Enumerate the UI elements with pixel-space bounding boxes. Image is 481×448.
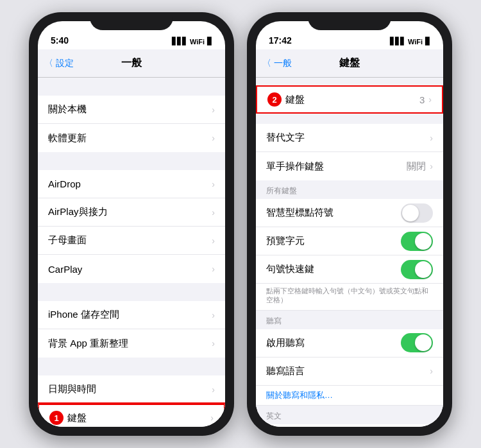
row-label: 子母畫面 — [48, 234, 212, 246]
row-keyboard[interactable]: 1 鍵盤 › — [38, 404, 225, 427]
section-dictation: 聽寫 — [256, 311, 443, 329]
chevron-icon: › — [430, 133, 433, 143]
back-button-1[interactable]: 〈 設定 — [44, 58, 74, 69]
signal-icon-1: ▋▋▋ — [172, 37, 187, 46]
row-enable-dictation[interactable]: 啟用聽寫 — [256, 329, 443, 358]
row-carplay[interactable]: CarPlay › — [38, 255, 225, 283]
row-keyboard-top[interactable]: 2 鍵盤 3 › — [256, 85, 443, 114]
row-period[interactable]: 句號快速鍵 — [256, 255, 443, 284]
row-autocap[interactable]: 自動大寫 — [256, 424, 443, 427]
row-bgrefresh[interactable]: 背景 App 重新整理 › — [38, 329, 225, 358]
row-label: AirDrop — [48, 178, 212, 189]
row-dictation-lang[interactable]: 聽寫語言 › — [256, 358, 443, 386]
chevron-icon: › — [212, 207, 215, 218]
row-label: 句號快速鍵 — [266, 263, 401, 275]
period-sublabel: 點兩下空格鍵時輸入句號（中文句）號或英文句點和空格） — [256, 284, 443, 311]
group-gap — [38, 78, 225, 96]
phone-2: 17:42 ▋▋▋ WiFi ▊ 〈 一般 鍵盤 2 鍵盤 3 › — [247, 12, 452, 436]
row-storage[interactable]: iPhone 儲存空間 › — [38, 301, 225, 329]
badge-2: 2 — [267, 92, 282, 107]
nav-title-2: 鍵盤 — [339, 56, 360, 70]
row-label: 預覽字元 — [266, 235, 401, 247]
row-label: 鍵盤 — [67, 412, 210, 424]
chevron-icon: › — [212, 133, 215, 143]
status-icons-2: ▋▋▋ WiFi ▊ — [390, 37, 430, 46]
row-datetime[interactable]: 日期與時間 › — [38, 375, 225, 404]
chevron-icon: › — [430, 161, 433, 171]
row-label: AirPlay與接力 — [48, 206, 212, 218]
chevron-icon: › — [212, 264, 215, 274]
notch-2 — [308, 12, 391, 30]
content-1: 關於本機 › 軟體更新 › AirDrop › AirPlay與接力 › — [38, 78, 225, 427]
row-label: iPhone 儲存空間 — [48, 309, 212, 321]
row-preview[interactable]: 預覽字元 — [256, 227, 443, 255]
phone-2-screen: 17:42 ▋▋▋ WiFi ▊ 〈 一般 鍵盤 2 鍵盤 3 › — [256, 21, 443, 427]
toggle-preview[interactable] — [401, 232, 433, 251]
nav-bar-1: 〈 設定 一般 — [38, 49, 225, 78]
row-label: 背景 App 重新整理 — [48, 338, 212, 350]
toggle-dictation[interactable] — [401, 333, 433, 352]
row-alt-text[interactable]: 替代文字 › — [256, 124, 443, 152]
chevron-icon: › — [212, 310, 215, 320]
chevron-icon: › — [428, 94, 432, 105]
battery-icon-1: ▊ — [207, 37, 212, 46]
chevron-icon: › — [430, 366, 433, 376]
row-label: 單手操作鍵盤 — [266, 160, 407, 173]
phone-1-screen: 5:40 ▋▋▋ WiFi ▊ 〈 設定 一般 關於本機 › 軟體更新 — [38, 21, 225, 427]
chevron-icon: › — [210, 413, 214, 423]
top-group: 2 鍵盤 3 › — [256, 85, 443, 114]
chevron-icon: › — [212, 105, 215, 115]
row-about[interactable]: 關於本機 › — [38, 96, 225, 124]
badge-1: 1 — [49, 411, 63, 425]
row-label: 軟體更新 — [48, 132, 212, 144]
group-alt: 替代文字 › 單手操作鍵盤 關閉 › — [256, 124, 443, 180]
row-airdrop[interactable]: AirDrop › — [38, 170, 225, 198]
row-label: 啟用聽寫 — [266, 337, 401, 349]
group-dictation: 啟用聽寫 聽寫語言 › 關於聽寫和隱私… — [256, 329, 443, 406]
dictation-privacy-link[interactable]: 關於聽寫和隱私… — [266, 390, 433, 401]
row-label: 智慧型標點符號 — [266, 207, 401, 219]
row-value: 3 — [419, 94, 425, 105]
row-value: 關閉 — [407, 160, 426, 173]
group-3: iPhone 儲存空間 › 背景 App 重新整理 › — [38, 301, 225, 358]
status-icons-1: ▋▋▋ WiFi ▊ — [172, 37, 212, 46]
back-button-2[interactable]: 〈 一般 — [262, 58, 292, 69]
group-gap — [38, 152, 225, 170]
group-gap — [256, 78, 443, 85]
chevron-icon: › — [212, 179, 215, 189]
section-english: 英文 — [256, 406, 443, 424]
group-gap — [38, 358, 225, 375]
chevron-icon: › — [212, 236, 215, 246]
group-gap — [38, 283, 225, 301]
row-update[interactable]: 軟體更新 › — [38, 124, 225, 152]
group-4: 日期與時間 › 1 鍵盤 › 字體 › 語言與地區 › 辭典 — [38, 375, 225, 427]
row-label: 關於本機 — [48, 103, 212, 116]
row-label: 鍵盤 — [285, 94, 419, 106]
status-time-1: 5:40 — [51, 35, 69, 46]
row-label: 替代文字 — [266, 132, 430, 144]
wifi-icon-2: WiFi — [408, 38, 423, 46]
toggle-smart-punct[interactable] — [401, 203, 433, 223]
signal-icon-2: ▋▋▋ — [390, 37, 405, 46]
toggle-period[interactable] — [401, 260, 433, 279]
group-2: AirDrop › AirPlay與接力 › 子母畫面 › CarPlay › — [38, 170, 225, 283]
status-time-2: 17:42 — [269, 35, 292, 46]
section-all-keyboards: 所有鍵盤 — [256, 180, 443, 199]
chevron-icon: › — [212, 384, 215, 395]
nav-title-1: 一般 — [121, 56, 142, 70]
row-airplay[interactable]: AirPlay與接力 › — [38, 198, 225, 227]
chevron-icon: › — [212, 338, 215, 349]
nav-bar-2: 〈 一般 鍵盤 — [256, 49, 443, 78]
battery-icon-2: ▊ — [425, 37, 430, 46]
group-gap — [256, 114, 443, 124]
group-1: 關於本機 › 軟體更新 › — [38, 96, 225, 152]
row-label: 日期與時間 — [48, 383, 212, 395]
notch-1 — [90, 12, 173, 30]
row-onehand[interactable]: 單手操作鍵盤 關閉 › — [256, 152, 443, 180]
content-2: 2 鍵盤 3 › 替代文字 › 單手操作鍵盤 關閉 › — [256, 78, 443, 427]
group-english: 自動大寫 自動修正 檢查拼字 — [256, 424, 443, 427]
phone-1: 5:40 ▋▋▋ WiFi ▊ 〈 設定 一般 關於本機 › 軟體更新 — [29, 12, 234, 436]
row-smart-punct[interactable]: 智慧型標點符號 — [256, 199, 443, 227]
row-pip[interactable]: 子母畫面 › — [38, 227, 225, 255]
group-toggles: 智慧型標點符號 預覽字元 句號快速鍵 點兩下空格鍵時輸入句號（中文句）號或英文句… — [256, 199, 443, 311]
